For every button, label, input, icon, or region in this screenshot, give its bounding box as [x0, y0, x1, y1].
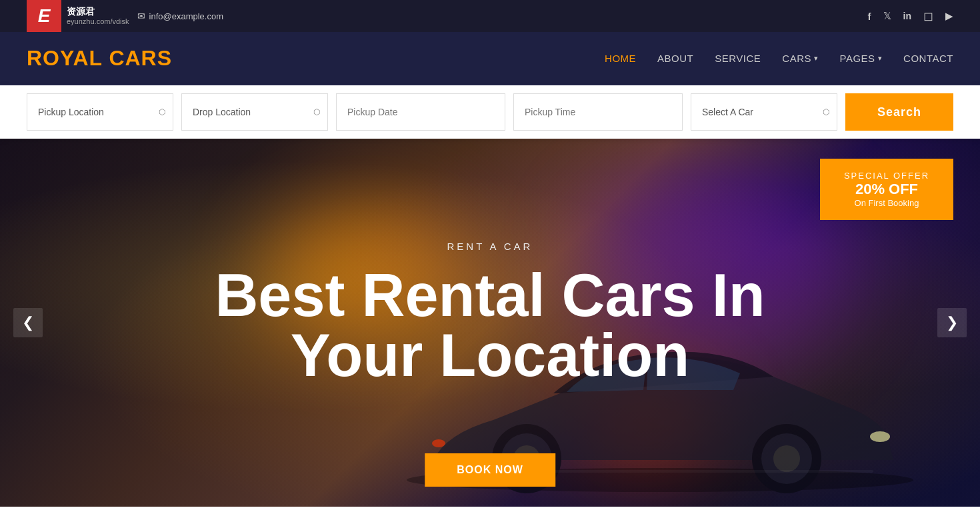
logo-sub: eyunzhu.com/vdisk	[67, 17, 129, 26]
search-bar: Pickup Location New York Los Angeles Chi…	[0, 85, 980, 139]
logo-zh: 资源君	[67, 6, 129, 17]
nav-link-service[interactable]: SERVICE	[715, 53, 761, 64]
pages-dropdown-arrow: ▾	[878, 54, 883, 63]
hero-cta-container: BOOK NOW	[425, 453, 555, 487]
topbar-logo: E 资源君 eyunzhu.com/vdisk	[27, 0, 129, 32]
promo-line1: SPECIAL OFFER	[839, 171, 935, 181]
pickup-date-input[interactable]	[336, 93, 505, 131]
hero-title-line2: Your Location	[291, 322, 689, 389]
pickup-location-wrapper: Pickup Location New York Los Angeles Chi…	[27, 93, 173, 131]
nav-link-contact[interactable]: CONTACT	[903, 53, 953, 64]
hero-cta-button[interactable]: BOOK NOW	[425, 453, 555, 487]
svg-point-7	[870, 431, 890, 442]
hero-title: Best Rental Cars In Your Location	[27, 265, 953, 385]
hero-next-button[interactable]: ❯	[937, 308, 967, 337]
instagram-icon[interactable]: ◻	[923, 9, 933, 23]
promo-box: SPECIAL OFFER 20% OFF On First Booking	[820, 159, 953, 220]
nav-item-about[interactable]: ABOUT	[657, 53, 693, 65]
logo-text: 资源君 eyunzhu.com/vdisk	[67, 6, 129, 26]
nav-link-about[interactable]: ABOUT	[657, 53, 693, 64]
email-info: ✉ info@example.com	[137, 11, 223, 21]
facebook-icon[interactable]: f	[868, 11, 871, 22]
hero-subtitle: RENT A CAR	[27, 241, 953, 252]
nav-item-cars[interactable]: CARS ▾	[782, 53, 818, 64]
drop-location-wrapper: Drop Location New York Los Angeles Chica…	[181, 93, 328, 131]
topbar-left: E 资源君 eyunzhu.com/vdisk ✉ info@example.c…	[27, 0, 223, 32]
nav-item-pages[interactable]: PAGES ▾	[840, 53, 883, 64]
nav-item-service[interactable]: SERVICE	[715, 53, 761, 65]
linkedin-icon[interactable]: in	[903, 11, 911, 21]
search-button[interactable]: Search	[845, 93, 953, 131]
brand-title: ROYAL CARS	[27, 46, 172, 71]
nav-links: HOME ABOUT SERVICE CARS ▾ PAGES ▾ CONTAC…	[605, 53, 953, 65]
youtube-icon[interactable]: ▶	[945, 10, 953, 22]
pickup-location-select[interactable]: Pickup Location New York Los Angeles Chi…	[27, 93, 173, 131]
nav-link-cars[interactable]: CARS ▾	[782, 53, 818, 64]
cars-dropdown-arrow: ▾	[814, 54, 819, 63]
hero-section: SPECIAL OFFER 20% OFF On First Booking R…	[0, 139, 980, 507]
navbar: ROYAL CARS HOME ABOUT SERVICE CARS ▾ PAG…	[0, 32, 980, 85]
select-car-wrapper: Select A Car Sedan SUV Luxury Van ⬡	[691, 93, 837, 131]
svg-point-8	[432, 439, 445, 447]
nav-link-pages[interactable]: PAGES ▾	[840, 53, 883, 64]
drop-location-select[interactable]: Drop Location New York Los Angeles Chica…	[181, 93, 328, 131]
svg-point-6	[773, 445, 800, 472]
email-icon: ✉	[137, 11, 145, 21]
logo-letter: E	[27, 0, 61, 32]
select-car-select[interactable]: Select A Car Sedan SUV Luxury Van	[691, 93, 837, 131]
hero-content: RENT A CAR Best Rental Cars In Your Loca…	[0, 241, 980, 405]
nav-item-home[interactable]: HOME	[605, 53, 636, 65]
hero-title-line1: Best Rental Cars In	[215, 262, 765, 329]
twitter-icon[interactable]: 𝕏	[883, 10, 891, 22]
promo-line2: 20% OFF	[839, 181, 935, 198]
nav-item-contact[interactable]: CONTACT	[903, 53, 953, 65]
promo-line3: On First Booking	[839, 198, 935, 208]
social-icons: f 𝕏 in ◻ ▶	[868, 9, 953, 23]
pickup-time-input[interactable]	[513, 93, 683, 131]
nav-link-home[interactable]: HOME	[605, 53, 636, 64]
email-address: info@example.com	[149, 11, 223, 21]
hero-prev-button[interactable]: ❮	[13, 308, 43, 337]
topbar: E 资源君 eyunzhu.com/vdisk ✉ info@example.c…	[0, 0, 980, 32]
